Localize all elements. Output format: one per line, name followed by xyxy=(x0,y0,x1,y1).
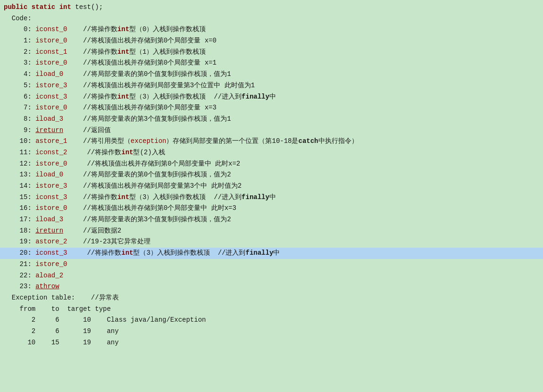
line-14: 14: istore_3 //将栈顶值出栈并存储到局部变量第3个中 此时值为2 xyxy=(0,181,543,192)
line-8: 8: iload_3 //将局部变量表的第3个值复制到操作栈顶，值为1 xyxy=(0,114,543,125)
line-7: 7: istore_0 //将栈顶值出栈并存储到第0个局部变量 x=3 xyxy=(0,102,543,114)
line-5: 5: istore_3 //将栈顶值出栈并存储到局部变量第3个位置中 此时值为1 xyxy=(0,80,543,92)
line-4: 4: iload_0 //将局部变量表的第0个值复制到操作栈顶，值为1 xyxy=(0,69,543,80)
line-17: 17: iload_3 //将局部变量表的第3个值复制到操作栈顶，值为2 xyxy=(0,214,543,225)
line-1: 1: istore_0 //将栈顶值出栈并存储到第0个局部变量 x=0 xyxy=(0,35,543,47)
line-10: 10: astore_1 //将引用类型（exception）存储到局部变量的第… xyxy=(0,136,543,147)
exception-row-2: 2 6 19 any xyxy=(0,326,543,337)
line-2: 2: iconst_1 //将操作数int型（1）入栈到操作数栈顶 xyxy=(0,47,543,58)
exception-row-3: 10 15 19 any xyxy=(0,337,543,349)
line-18: 18: ireturn //返回数据2 xyxy=(0,225,543,237)
line-12: 12: istore_0 //将栈顶值出栈并存储到第0个局部变量中 此时x=2 xyxy=(0,158,543,170)
line-23: 23: athrow xyxy=(0,281,543,292)
line-20: 20: iconst_3 //将操作数int型（3）入栈到操作数栈顶 //进入到… xyxy=(0,248,543,259)
line-21: 21: istore_0 xyxy=(0,259,543,270)
line-19: 19: astore_2 //19-23其它异常处理 xyxy=(0,236,543,248)
line-6: 6: iconst_3 //将操作数int型（3）入栈到操作数栈顶 //进入到f… xyxy=(0,92,543,103)
line-11: 11: iconst_2 //将操作数int型(2)入栈 xyxy=(0,147,543,158)
header-line: public static int test(); xyxy=(0,2,543,13)
code-label: Code: xyxy=(0,13,543,25)
line-16: 16: istore_0 //将栈顶值出栈并存储到第0个局部变量中 此时x=3 xyxy=(0,203,543,214)
line-3: 3: istore_0 //将栈顶值出栈并存储到第0个局部变量 x=1 xyxy=(0,58,543,69)
line-0: 0: iconst_0 //将操作数int型（0）入栈到操作数栈顶 xyxy=(0,24,543,35)
exception-row-1: 2 6 10 Class java/lang/Exception xyxy=(0,315,543,326)
exception-table-header: from to target type xyxy=(0,304,543,315)
line-15: 15: iconst_3 //将操作数int型（3）入栈到操作数栈顶 //进入到… xyxy=(0,192,543,203)
line-22: 22: aload_2 xyxy=(0,270,543,282)
code-container: public static int test(); Code: 0: icons… xyxy=(0,0,543,392)
line-9: 9: ireturn //返回值 xyxy=(0,125,543,136)
line-13: 13: iload_0 //将局部变量表的第0个值复制到操作栈顶，值为2 xyxy=(0,169,543,181)
exception-table-label: Exception table: //异常表 xyxy=(0,292,543,304)
